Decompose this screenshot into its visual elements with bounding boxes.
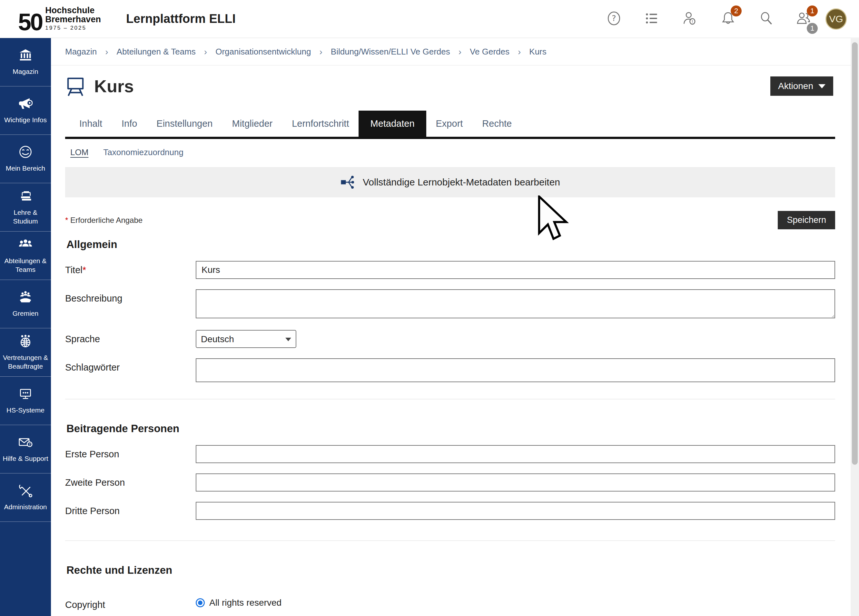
edit-full-metadata-banner[interactable]: Vollständige Lernobjekt-Metadaten bearbe… xyxy=(65,167,835,197)
sprache-select[interactable]: Deutsch xyxy=(196,330,296,348)
search-icon xyxy=(758,10,774,28)
subtab-taxonomiezuordnung[interactable]: Taxonomiezuordnung xyxy=(103,147,183,157)
section-heading-rechte: Rechte und Lizenzen xyxy=(65,564,835,576)
tab-metadaten[interactable]: Metadaten xyxy=(359,111,426,137)
sidebar-item-lehre-studium[interactable]: Lehre & Studium xyxy=(0,183,51,231)
sidebar-item-label: Lehre & Studium xyxy=(2,208,49,225)
page-title-row: Kurs Aktionen xyxy=(65,76,835,97)
breadcrumb-separator-icon: › xyxy=(518,47,521,57)
section-divider xyxy=(65,541,835,541)
breadcrumb-item-organisationsentwicklung[interactable]: Organisationsentwicklung xyxy=(216,47,311,57)
field-row-sprache: Sprache Deutsch xyxy=(65,330,835,348)
actions-button[interactable]: Aktionen xyxy=(770,77,833,96)
tab-lernfortschritt[interactable]: Lernfortschritt xyxy=(282,111,359,137)
titel-input[interactable] xyxy=(196,261,835,279)
titel-label: Titel* xyxy=(65,261,196,279)
subtab-lom[interactable]: LOM xyxy=(70,147,88,157)
breadcrumb-separator-icon: › xyxy=(459,47,461,57)
app-title: Lernplattform ELLI xyxy=(126,12,236,26)
main-menu-list-button[interactable] xyxy=(643,11,661,27)
sidebar-item-hilfe-support[interactable]: ?Hilfe & Support xyxy=(0,425,51,474)
sidebar-item-administration[interactable]: Administration xyxy=(0,474,51,522)
tab-inhalt[interactable]: Inhalt xyxy=(70,111,112,137)
app-window: 50 Hochschule Bremerhaven 1975 – 2025 Le… xyxy=(0,0,859,616)
tab-bar: InhaltInfoEinstellungenMitgliederLernfor… xyxy=(65,111,835,137)
erste-person-input[interactable] xyxy=(196,445,835,463)
sidebar-item-label: Magazin xyxy=(12,67,38,76)
contacts-button[interactable]: 11 xyxy=(796,11,812,27)
user-avatar[interactable]: VG xyxy=(825,8,847,30)
tab-info[interactable]: Info xyxy=(112,111,147,137)
chevron-down-icon xyxy=(818,84,825,88)
dritte-person-label: Dritte Person xyxy=(65,502,196,520)
save-button[interactable]: Speichern xyxy=(778,211,835,229)
mail-question-icon: ? xyxy=(19,435,33,450)
people-icon xyxy=(19,238,33,253)
breadcrumb-item-abteilungen-teams[interactable]: Abteilungen & Teams xyxy=(117,47,196,57)
megaphone-icon xyxy=(19,97,33,112)
sidebar-item-mein-bereich[interactable]: Mein Bereich xyxy=(0,135,51,183)
banner-label: Vollständige Lernobjekt-Metadaten bearbe… xyxy=(363,177,560,188)
field-row-titel: Titel* xyxy=(65,261,835,279)
books-icon xyxy=(19,189,33,205)
breadcrumb-item-magazin[interactable]: Magazin xyxy=(65,47,97,57)
main-area: Magazin›Abteilungen & Teams›Organisation… xyxy=(51,38,851,616)
sidebar-item-hs-systeme[interactable]: HS-Systeme xyxy=(0,377,51,425)
sidebar-item-gremien[interactable]: Gremien xyxy=(0,280,51,328)
form-header-row: * Erforderliche Angabe Speichern xyxy=(65,211,835,229)
copyright-option-row: All rights reserved xyxy=(196,596,835,608)
tab-rechte[interactable]: Rechte xyxy=(472,111,522,137)
sidebar-item-wichtige-infos[interactable]: Wichtige Infos xyxy=(0,86,51,135)
field-row-zweite-person: Zweite Person xyxy=(65,474,835,491)
content: Kurs Aktionen InhaltInfoEinstellungenMit… xyxy=(51,76,851,610)
sidebar-item-magazin[interactable]: Magazin xyxy=(0,38,51,86)
titel-required-asterisk: * xyxy=(83,265,86,275)
sidebar-item-abteilungen-teams[interactable]: Abteilungen & Teams xyxy=(0,231,51,280)
breadcrumb-item-kurs[interactable]: Kurs xyxy=(529,47,546,57)
user-status-button[interactable]: ! xyxy=(682,11,698,27)
sidebar-item-label: Administration xyxy=(4,503,47,511)
breadcrumb-item-bildung-wissen-elli-ve-gerdes[interactable]: Bildung/Wissen/ELLI Ve Gerdes xyxy=(331,47,450,57)
sidebar-item-vertretungen-beauftragte[interactable]: Vertretungen & Beauftragte xyxy=(0,328,51,377)
tab-einstellungen[interactable]: Einstellungen xyxy=(147,111,222,137)
top-icon-bar: ?!211 xyxy=(606,11,812,27)
dritte-person-input[interactable] xyxy=(196,502,835,520)
logo-50-number: 50 xyxy=(18,13,42,31)
breadcrumb-item-ve-gerdes[interactable]: Ve Gerdes xyxy=(470,47,509,57)
sidebar-item-label: Vertretungen & Beauftragte xyxy=(2,353,49,371)
globe-people-icon xyxy=(19,334,33,350)
copyright-radio[interactable] xyxy=(196,598,205,607)
search-button[interactable] xyxy=(758,11,775,27)
badge-count: 1 xyxy=(807,5,818,16)
schlagwoerter-label: Schlagwörter xyxy=(65,358,196,382)
zweite-person-input[interactable] xyxy=(196,474,835,491)
sprache-label: Sprache xyxy=(65,330,196,348)
page-title: Kurs xyxy=(94,76,134,96)
metadata-hub-icon xyxy=(340,175,356,190)
tab-mitglieder[interactable]: Mitglieder xyxy=(222,111,282,137)
tab-export[interactable]: Export xyxy=(426,111,473,137)
logo-name-line2: Bremerhaven xyxy=(45,15,101,24)
subtab-bar: LOMTaxonomiezuordnung xyxy=(65,139,835,157)
section-heading-allgemein: Allgemein xyxy=(65,238,835,250)
copyright-option-label: All rights reserved xyxy=(209,597,281,608)
svg-text:!: ! xyxy=(692,19,693,24)
required-note: * Erforderliche Angabe xyxy=(65,216,142,225)
help-button[interactable]: ? xyxy=(606,11,622,27)
section-divider xyxy=(65,399,835,399)
list-icon xyxy=(644,10,660,28)
schlagwoerter-input[interactable] xyxy=(196,358,835,382)
logo-name-line1: Hochschule xyxy=(45,6,101,15)
scrollbar-thumb[interactable] xyxy=(852,42,858,465)
field-row-schlagwoerter: Schlagwörter xyxy=(65,358,835,382)
sidebar-item-label: Hilfe & Support xyxy=(3,454,48,463)
bank-icon xyxy=(19,48,33,64)
notifications-button[interactable]: 2 xyxy=(720,11,736,27)
beschreibung-textarea[interactable] xyxy=(196,289,835,318)
sidebar: MagazinWichtige InfosMein BereichLehre &… xyxy=(0,38,51,616)
badge-count: 2 xyxy=(731,5,742,16)
sidebar-item-label: HS-Systeme xyxy=(6,406,44,414)
help-icon: ? xyxy=(606,10,622,28)
erste-person-label: Erste Person xyxy=(65,445,196,463)
svg-text:?: ? xyxy=(29,442,31,447)
